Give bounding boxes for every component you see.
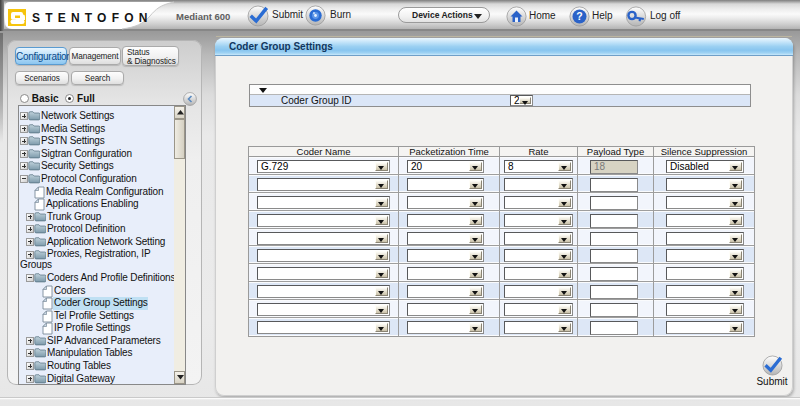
svg-text:?: ? [576,10,582,22]
